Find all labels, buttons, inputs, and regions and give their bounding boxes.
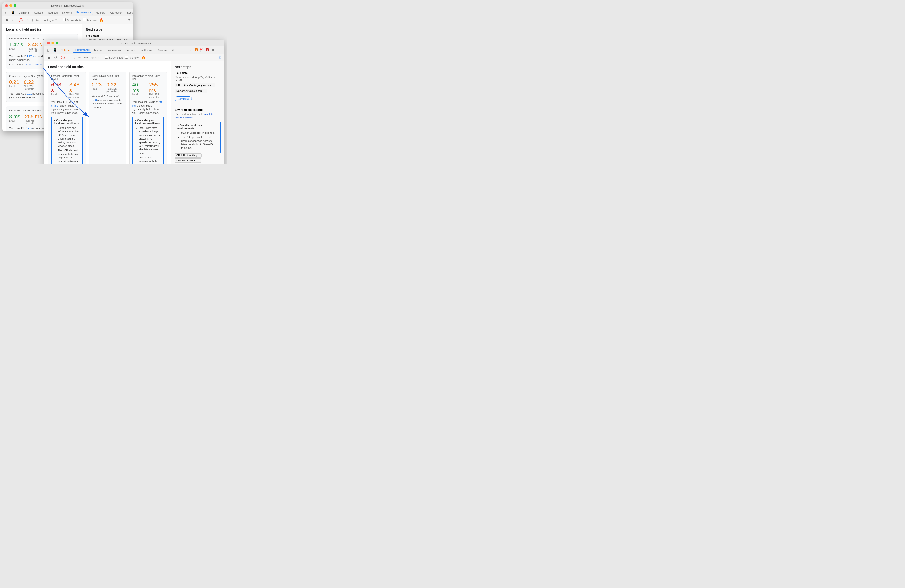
title-bar-back: DevTools - fonts.google.com/ <box>2 2 133 9</box>
perf-settings: ⚙ <box>127 18 132 22</box>
cls-field-sublabel-front: percentile <box>106 90 117 93</box>
tab-network-front[interactable]: Network <box>59 48 72 52</box>
lcp-field-front: 3.48 s Field 75th percentile <box>70 82 83 98</box>
cls-field-back: 0.22 Field 75th Percentile <box>24 79 34 90</box>
maximize-button-front[interactable] <box>56 41 59 44</box>
tab-memory-front[interactable]: Memory <box>92 48 105 52</box>
metrics-row-front: Largest Contentful Paint (LCP) 6.88 s Lo… <box>48 71 167 163</box>
devtools-inspect-icon[interactable]: ⬚ <box>4 10 9 15</box>
device-dropdown-front[interactable]: Device: Auto (Desktop) <box>175 89 207 93</box>
minimize-button[interactable] <box>10 4 12 7</box>
cls-local-back: 0.21 Local <box>9 79 19 90</box>
tab-network[interactable]: Network <box>60 10 74 15</box>
memory-checkbox-front[interactable] <box>125 55 128 59</box>
configure-button-front[interactable]: Configure <box>175 96 192 101</box>
error-count-front: 2 <box>205 48 209 51</box>
more-icon-front[interactable]: ⋮ <box>218 48 222 52</box>
tab-application[interactable]: Application <box>108 10 124 15</box>
window-title-front: DevTools - fonts.google.com/ <box>118 41 151 44</box>
cls-values-front: 0.23 Local 0.22 Field 75th percentile <box>92 82 123 93</box>
cls-field-label-front: Field 75th <box>106 88 117 90</box>
tab-performance[interactable]: Performance <box>75 10 93 15</box>
cls-local-label-back: Local <box>9 85 19 88</box>
inp-consider-item-1: Real users may experience longer interac… <box>139 126 161 155</box>
tab-console[interactable]: Console <box>32 10 45 15</box>
toolbar2-back: ⏺ ↺ 🚫 ↑ ↓ (no recordings) ▾ Screenshots … <box>2 16 133 24</box>
tab-memory[interactable]: Memory <box>94 10 107 15</box>
memory-checkbox[interactable] <box>83 18 86 21</box>
close-button[interactable] <box>5 4 8 7</box>
simulate-devices-link[interactable]: simulate different devices <box>175 113 213 119</box>
dropdown-arrow-front[interactable]: ▾ <box>97 56 99 59</box>
record-icon-front[interactable]: ⏺ <box>46 55 51 60</box>
field-data-title-back: Field data <box>86 34 130 37</box>
cls-local-front: 0.23 Local <box>92 82 102 93</box>
cls-title-front: Cumulative Layout Shift (CLS) <box>92 74 123 80</box>
url-dropdown-front[interactable]: URL: https://fonts.google.com/ <box>175 83 215 87</box>
lcp-local-back: 1.42 s Local <box>9 42 23 52</box>
close-button-front[interactable] <box>47 41 50 44</box>
record-icon[interactable]: ⏺ <box>4 18 10 22</box>
dropdown-arrow[interactable]: ▾ <box>56 19 57 22</box>
section-heading-back: Local and field metrics <box>6 28 78 31</box>
tab-application-front[interactable]: Application <box>106 48 123 52</box>
upload-icon[interactable]: ↑ <box>25 18 29 22</box>
env-consider-title: ▾ Consider real user environments <box>178 124 218 130</box>
tab-recorder-front[interactable]: Recorder <box>155 48 169 52</box>
cpu-dropdown[interactable]: CPU: No throttling <box>175 153 202 157</box>
lcp-element-label: LCP Element <box>9 63 25 66</box>
download-icon-front[interactable]: ↓ <box>73 55 76 60</box>
tab-security-front[interactable]: Security <box>124 48 137 52</box>
inp-consider-title-front: ▾ Consider your local test conditions <box>135 119 161 125</box>
maximize-button[interactable] <box>14 4 16 7</box>
window-title: DevTools - fonts.google.com/ <box>51 4 84 7</box>
reload-icon[interactable]: ↺ <box>11 18 16 22</box>
clear-icon[interactable]: 🚫 <box>18 18 24 22</box>
tab-performance-front[interactable]: Performance <box>73 48 91 52</box>
memory-label-front: Memory <box>125 55 139 59</box>
lcp-values-front: 6.88 s Local 3.48 s Field 75th percentil… <box>51 82 83 98</box>
cls-local-value-back: 0.21 <box>9 79 19 85</box>
inp-consider-list-front: Real users may experience longer interac… <box>135 126 161 163</box>
devtools-mobile-icon[interactable]: 📱 <box>10 10 16 15</box>
tab-lighthouse-front[interactable]: Lighthouse <box>138 48 154 52</box>
lcp-local-label-back: Local <box>9 48 23 50</box>
lcp-local-value-front: 6.88 s <box>51 82 65 93</box>
content-left-front: Local and field metrics Largest Contentf… <box>44 61 171 163</box>
perf-settings-icon[interactable]: ⚙ <box>127 18 132 22</box>
env-title-front: Environment settings <box>175 108 221 111</box>
inp-local-value-front: 40 ms <box>132 82 144 93</box>
next-steps-title-back: Next steps <box>86 28 130 31</box>
tab-more-front[interactable]: >> <box>170 48 177 52</box>
no-recordings-front: (no recordings) <box>78 56 95 59</box>
download-icon[interactable]: ↓ <box>31 18 34 22</box>
cls-field-sublabel-back: Percentile <box>24 88 34 90</box>
screenshots-checkbox[interactable] <box>63 18 66 21</box>
devtools-mobile-icon-front[interactable]: 📱 <box>52 48 58 52</box>
tab-toolbar-back: ⬚ 📱 Elements Console Sources Network Per… <box>2 9 133 16</box>
inp-field-value-front: 255 ms <box>149 82 164 93</box>
lcp-field-sublabel-back: Percentile <box>28 50 42 52</box>
upload-icon-front[interactable]: ↑ <box>68 55 71 60</box>
env-description-front: Use the device toolbar to simulate diffe… <box>175 113 221 120</box>
inp-consider-box-front: ▾ Consider your local test conditions Re… <box>132 117 164 163</box>
reload-icon-front[interactable]: ↺ <box>53 55 58 60</box>
lcp-local-front: 6.88 s Local <box>51 82 65 98</box>
screenshots-checkbox-front[interactable] <box>105 55 108 59</box>
tab-elements[interactable]: Elements <box>17 10 31 15</box>
lcp-field-value-back: 3.48 s <box>28 42 42 48</box>
flame-icon[interactable]: 🔥 <box>98 18 104 22</box>
minimize-button-front[interactable] <box>51 41 54 44</box>
clear-icon-front[interactable]: 🚫 <box>60 55 66 60</box>
devtools-inspect-icon-front[interactable]: ⬚ <box>46 48 51 52</box>
inp-local-value-back: 8 ms <box>9 114 20 119</box>
flame-icon-front[interactable]: 🔥 <box>141 55 146 60</box>
cls-local-value-front: 0.23 <box>92 82 102 88</box>
warning-icon-front: ⚠ <box>190 48 192 52</box>
perf-settings-icon-front[interactable]: ⚙ <box>218 55 222 60</box>
network-dropdown[interactable]: Network: Slow 4G <box>175 158 201 163</box>
inp-field-value-back: 255 ms <box>25 114 42 119</box>
tab-sources[interactable]: Sources <box>46 10 59 15</box>
tab-security[interactable]: Security <box>125 10 133 15</box>
settings-icon-front[interactable]: ⚙ <box>211 48 216 52</box>
